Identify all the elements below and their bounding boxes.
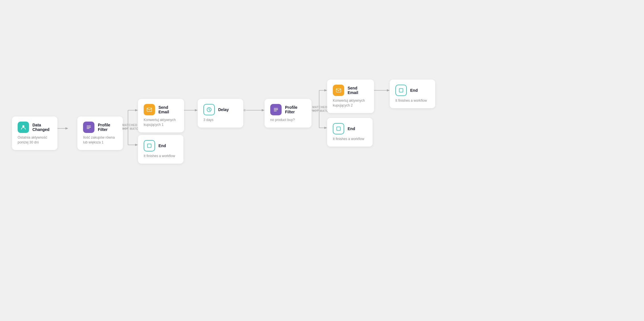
node-end-1[interactable]: End It finishes a workflow (138, 135, 183, 164)
node-end-3[interactable]: End It finishes a workflow (390, 80, 435, 108)
svg-marker-16 (262, 109, 265, 111)
svg-point-28 (22, 125, 24, 127)
svg-marker-7 (135, 109, 138, 111)
svg-point-14 (243, 109, 246, 111)
node-end-1-header: End (144, 140, 178, 151)
node-data-changed[interactable]: Data Changed Ostatnia aktywność poniżej … (12, 116, 57, 150)
node-send-email-2[interactable]: Send Email Konwertuj aktywnych kupującyc… (327, 80, 374, 113)
svg-marker-2 (65, 127, 68, 130)
svg-rect-32 (147, 108, 152, 112)
data-changed-icon (18, 122, 29, 133)
node-delay-title: Delay (218, 107, 229, 112)
node-send-email-1[interactable]: Send Email Konwertuj aktywnych kupującyc… (138, 99, 184, 132)
node-profile-filter-2-subtitle: no product buy? (270, 118, 306, 122)
svg-marker-27 (387, 89, 390, 91)
profile-filter-2-icon (270, 104, 282, 115)
node-send-email-2-title: Send Email (348, 86, 368, 95)
node-delay-subtitle: 3 days (203, 118, 238, 122)
node-end-1-title: End (158, 143, 166, 148)
node-profile-filter-1-title: Profile Filter (98, 123, 117, 132)
delay-icon (203, 104, 215, 115)
node-delay[interactable]: Delay 3 days (198, 99, 243, 128)
node-send-email-2-subtitle: Konwertuj aktywnych kupujących 2 (333, 98, 368, 108)
send-email-2-icon (333, 85, 344, 96)
svg-rect-38 (336, 89, 341, 92)
branch-label-matched-1: MATCHED (122, 124, 137, 127)
node-send-email-1-title: Send Email (158, 105, 178, 114)
node-data-changed-title: Data Changed (32, 123, 52, 132)
profile-filter-1-icon (83, 122, 94, 133)
node-profile-filter-2-header: Profile Filter (270, 104, 306, 115)
node-send-email-1-subtitle: Konwertuj aktywnych kupujących 1 (144, 118, 178, 127)
end-3-icon (395, 85, 407, 96)
node-end-2[interactable]: End It finishes a workflow (327, 118, 373, 147)
node-send-email-1-header: Send Email (144, 104, 178, 115)
branch-label-matched-2: MATCHED (312, 106, 327, 109)
node-end-3-header: End (395, 85, 430, 96)
end-1-icon (144, 140, 155, 151)
node-profile-filter-1-subtitle: Ilość zakupów równa lub większa 1 (83, 135, 117, 145)
svg-marker-24 (324, 127, 327, 129)
node-profile-filter-2-title: Profile Filter (285, 105, 306, 114)
node-data-changed-header: Data Changed (18, 122, 52, 133)
svg-rect-39 (337, 127, 340, 131)
node-send-email-2-header: Send Email (333, 85, 368, 96)
connections-layer (0, 0, 644, 321)
svg-marker-10 (135, 144, 138, 146)
node-end-3-title: End (410, 88, 418, 93)
node-end-1-subtitle: It finishes a workflow (144, 154, 178, 159)
workflow-canvas: Data Changed Ostatnia aktywność poniżej … (0, 0, 644, 321)
node-end-2-subtitle: It finishes a workflow (333, 137, 367, 141)
node-end-3-subtitle: It finishes a workflow (395, 98, 430, 103)
node-end-2-title: End (348, 126, 355, 131)
end-2-icon (333, 123, 344, 134)
svg-rect-40 (399, 89, 403, 92)
node-data-changed-subtitle: Ostatnia aktywność poniżej 30 dni (18, 135, 52, 145)
send-email-1-icon (144, 104, 155, 115)
node-delay-header: Delay (203, 104, 238, 115)
node-end-2-header: End (333, 123, 367, 134)
svg-rect-33 (148, 144, 151, 148)
node-profile-filter-1-header: Profile Filter (83, 122, 117, 133)
svg-marker-21 (324, 89, 327, 91)
svg-marker-13 (195, 109, 198, 111)
node-profile-filter-2[interactable]: Profile Filter no product buy? (265, 99, 311, 128)
node-profile-filter-1[interactable]: Profile Filter Ilość zakupów równa lub w… (77, 116, 123, 150)
